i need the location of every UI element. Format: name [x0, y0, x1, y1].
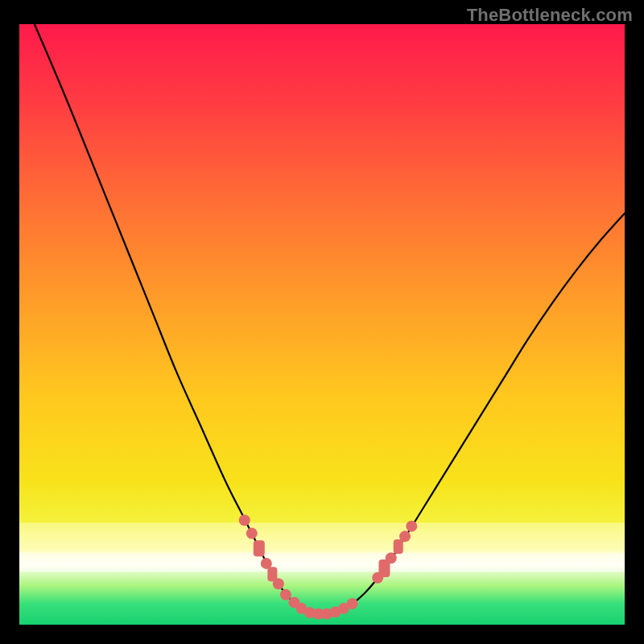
highlight-bands [19, 522, 625, 572]
svg-point-21 [399, 530, 411, 542]
svg-point-7 [273, 578, 284, 589]
svg-point-8 [280, 589, 291, 601]
plot-area [19, 24, 625, 625]
svg-rect-1 [19, 552, 625, 572]
svg-point-16 [347, 598, 358, 609]
svg-rect-0 [19, 522, 625, 550]
bottleneck-curve-chart [19, 24, 625, 625]
attribution-text: TheBottleneck.com [467, 5, 633, 26]
chart-container: TheBottleneck.com [0, 0, 644, 644]
svg-point-2 [239, 514, 250, 526]
svg-point-22 [406, 521, 417, 532]
svg-point-19 [386, 552, 397, 564]
svg-point-3 [246, 528, 258, 539]
svg-rect-4 [254, 540, 265, 556]
svg-rect-20 [394, 539, 403, 554]
